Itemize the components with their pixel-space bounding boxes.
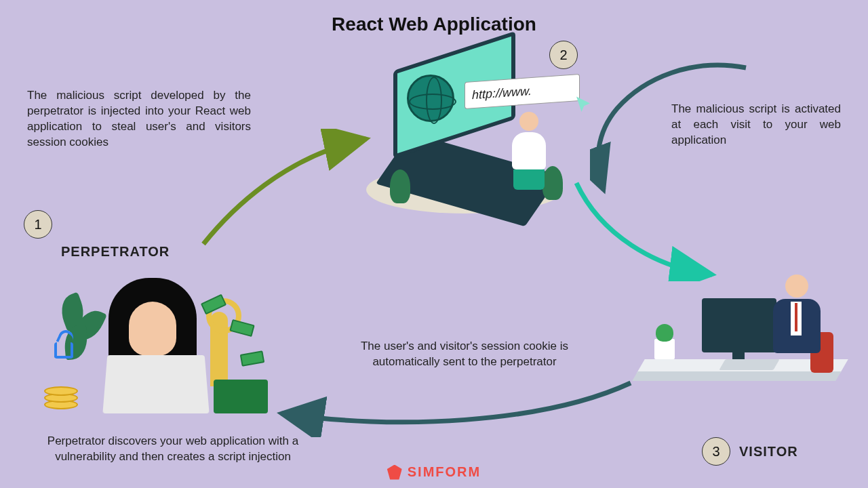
page-title: React Web Application	[332, 14, 536, 35]
brand-mark-icon	[387, 465, 402, 480]
label-visitor: VISITOR	[739, 444, 798, 460]
illustration-perpetrator	[27, 271, 271, 427]
globe-icon	[407, 75, 454, 122]
desc-discover: Perpetrator discovers your web applicati…	[27, 434, 319, 465]
step-badge-3: 3	[702, 437, 730, 466]
cash-icon	[214, 380, 268, 413]
person-at-desk-icon	[773, 274, 834, 390]
monitor-icon	[702, 298, 776, 352]
arrow-visitor-to-app	[566, 173, 722, 281]
illustration-visitor	[641, 258, 858, 434]
arrow-visitor-to-perpetrator	[271, 376, 637, 437]
desc-send: The user's and visitor's session cookie …	[329, 339, 600, 370]
brand-logo: SIMFORM	[387, 464, 481, 480]
brand-name: SIMFORM	[408, 464, 481, 480]
coins-icon	[44, 373, 85, 413]
key-icon	[210, 312, 228, 386]
step-badge-1: 1	[24, 210, 52, 239]
arrow-perpetrator-to-app	[190, 129, 380, 251]
label-perpetrator: PERPETRATOR	[61, 244, 170, 260]
person-on-laptop-icon	[509, 112, 549, 186]
lock-icon	[54, 342, 73, 359]
